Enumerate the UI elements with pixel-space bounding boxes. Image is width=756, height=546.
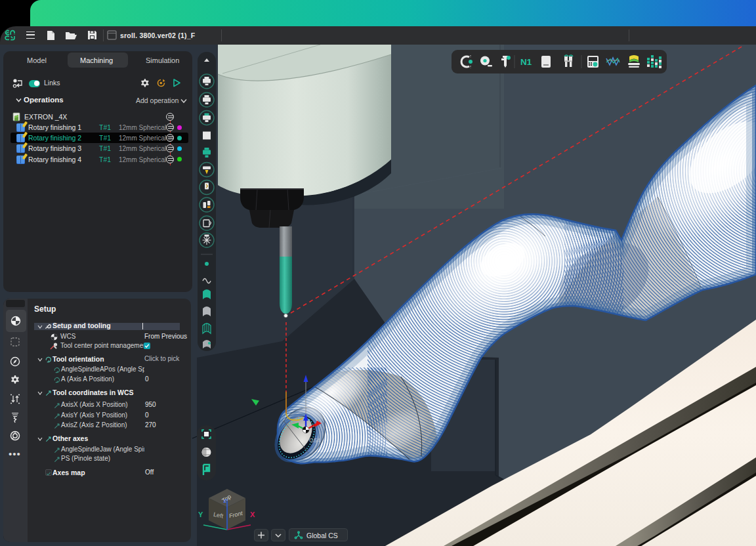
svg-text:Y: Y [198,511,203,518]
svg-text:G54: G54 [309,437,320,444]
svg-text:N1: N1 [520,57,532,67]
svg-text:Z: Z [224,498,227,504]
svg-text:X: X [250,511,255,518]
